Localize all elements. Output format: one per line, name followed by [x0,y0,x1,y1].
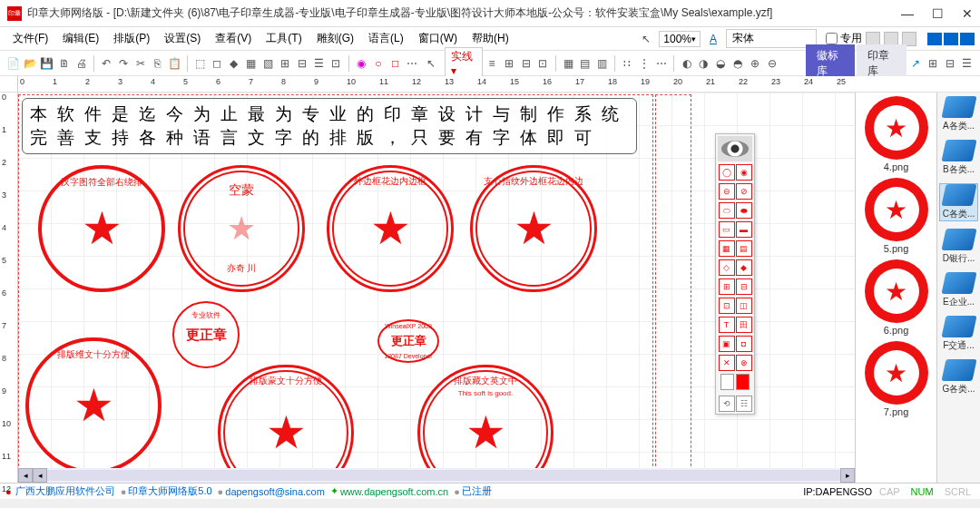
pal-split-2[interactable]: ◫ [736,298,752,314]
scroll-right[interactable]: ▸ [840,468,855,483]
menu-tools[interactable]: 工具(T) [259,28,309,49]
menu-file[interactable]: 文件(F) [5,28,55,49]
pal-circle-1[interactable]: ◯ [719,164,735,181]
misc-5[interactable]: ⊕ [747,54,762,73]
hscrollbar[interactable]: ◂ ◂ ▸ [18,468,855,483]
canvas[interactable]: 本软件是迄今为止最为专业的印章设计与制作系统 完善支持各种语言文字的排版，只要有… [18,93,855,483]
pal-x-2[interactable]: ⊗ [736,355,752,371]
pal-x-1[interactable]: ✕ [719,355,735,371]
close-button[interactable]: ✕ [962,6,973,21]
sidebar-category[interactable]: E企业... [939,272,978,308]
sidebar-category[interactable]: C各类... [939,183,978,221]
status-email[interactable]: dapengsoft@sina.com [225,486,325,497]
minimize-button[interactable]: — [901,6,914,21]
pal-oval-1[interactable]: ⬭ [719,202,735,219]
status-product[interactable]: 印章大师网络版5.0 [128,484,211,498]
pal-rect-1[interactable]: ▭ [719,221,735,238]
redo-button[interactable]: ↷ [116,54,132,73]
pal-circle-2[interactable]: ◉ [736,164,752,181]
pal-rect-2[interactable]: ▬ [736,221,752,238]
tool-i[interactable]: ⊡ [328,54,344,73]
save-button[interactable]: 💾 [40,54,55,73]
maximize-button[interactable]: ☐ [932,6,944,21]
menu-carve[interactable]: 雕刻(G) [309,28,361,49]
mdi-restore[interactable] [944,33,958,45]
align-3[interactable]: ⊟ [518,54,534,73]
menu-window[interactable]: 窗口(W) [411,28,465,49]
pal-frame-1[interactable]: ▣ [719,336,735,352]
pal-text-2[interactable]: 田 [736,317,752,333]
tool-f[interactable]: ⊞ [278,54,293,73]
shape-circle[interactable]: ○ [370,54,386,73]
misc-3[interactable]: ◒ [713,54,729,73]
open-button[interactable]: 📂 [23,54,38,73]
sidebar-category[interactable]: B各类... [939,140,978,176]
more-tools[interactable]: ⋯ [405,54,420,73]
scroll-left[interactable]: ◂ [18,468,33,483]
mdi-minimize[interactable] [927,33,942,45]
misc-2[interactable]: ◑ [696,54,711,73]
sidebar-category[interactable]: A各类... [939,96,978,132]
tool-b[interactable]: ◻ [209,54,224,73]
menu-settings[interactable]: 设置(S) [157,28,208,49]
menu-layout[interactable]: 排版(P) [106,28,157,49]
tool-e[interactable]: ▧ [260,54,276,73]
menu-edit[interactable]: 编辑(E) [55,28,106,49]
zoom-control[interactable]: 100%▾ [659,31,701,47]
pal-oval-2[interactable]: ⬬ [736,202,752,219]
font-icon[interactable]: A [704,30,722,48]
pal-misc-1[interactable]: ⟲ [719,396,735,412]
status-company[interactable]: 广西大鹏应用软件公司 [15,484,115,498]
seal-1[interactable]: ★ 汉字图符全部右绕排 [38,165,165,292]
sidebar-category[interactable]: G各类... [939,359,978,396]
pal-diamond-2[interactable]: ◆ [736,259,752,276]
pal-grid-1[interactable]: ▦ [719,240,735,257]
line-style-select[interactable]: 实线 ▾ [445,47,483,79]
pal-split-1[interactable]: ⊡ [719,298,735,314]
misc-6[interactable]: ⊖ [764,54,779,73]
misc-4[interactable]: ◓ [730,54,746,73]
seal-5[interactable]: 专业软件 更正章 [172,301,240,368]
tool-g[interactable]: ⊟ [294,54,309,73]
tool-d[interactable]: ▦ [243,54,259,73]
pal-misc-2[interactable]: ☷ [736,396,752,412]
copy-button[interactable]: ⎘ [150,54,165,73]
gallery-item[interactable]: ★5.png [859,178,933,254]
mdi-close[interactable] [960,33,975,45]
grid-3[interactable]: ▥ [594,54,610,73]
panel-tool-3[interactable]: ⊟ [942,54,957,73]
sidebar-category[interactable]: D银行... [939,229,978,265]
gallery-item[interactable]: ★7.png [859,341,933,417]
misc-1[interactable]: ◐ [679,54,694,73]
menu-language[interactable]: 语言(L) [361,28,411,49]
menu-view[interactable]: 查看(V) [208,28,259,49]
tool-h[interactable]: ☰ [311,54,327,73]
panel-tool-1[interactable]: ↗ [908,54,924,73]
select-tool[interactable]: ↖ [424,54,439,73]
grid-2[interactable]: ▤ [578,54,593,73]
print-button[interactable]: 🖨 [74,54,89,73]
color-white[interactable] [720,374,734,390]
dots-2[interactable]: ⋮ [637,54,652,73]
seal-4[interactable]: ★ 支心指纹外边框花边内边 [470,165,597,292]
pal-frame-2[interactable]: ◘ [736,336,752,352]
font-select[interactable]: 宋体 [726,29,817,48]
shape-square[interactable]: □ [387,54,403,73]
align-4[interactable]: ⊡ [535,54,551,73]
align-2[interactable]: ⊞ [501,54,516,73]
seal-7[interactable]: ★ 排版维文十分方便 [25,337,162,474]
scroll-left-2[interactable]: ◂ [33,468,47,483]
pal-tab-1[interactable]: ⊞ [719,278,735,295]
seal-6[interactable]: WinsealXP 2009 更正章 12087 Developer [377,319,439,363]
pal-tab-2[interactable]: ⊟ [736,278,752,295]
pal-grid-2[interactable]: ▤ [736,240,752,257]
color-red[interactable] [736,374,750,390]
tool-a[interactable]: ⬚ [192,54,208,73]
gallery-item[interactable]: ★6.png [859,259,933,336]
panel-tool-2[interactable]: ⊞ [925,54,940,73]
seal-2[interactable]: ★ 空蒙 亦奇 川 [178,165,305,292]
tool-c[interactable]: ◆ [226,54,241,73]
dots-3[interactable]: ⋯ [654,54,670,73]
gallery-item[interactable]: ★4.png [859,96,933,172]
pal-circle-4[interactable]: ⊘ [736,183,752,200]
